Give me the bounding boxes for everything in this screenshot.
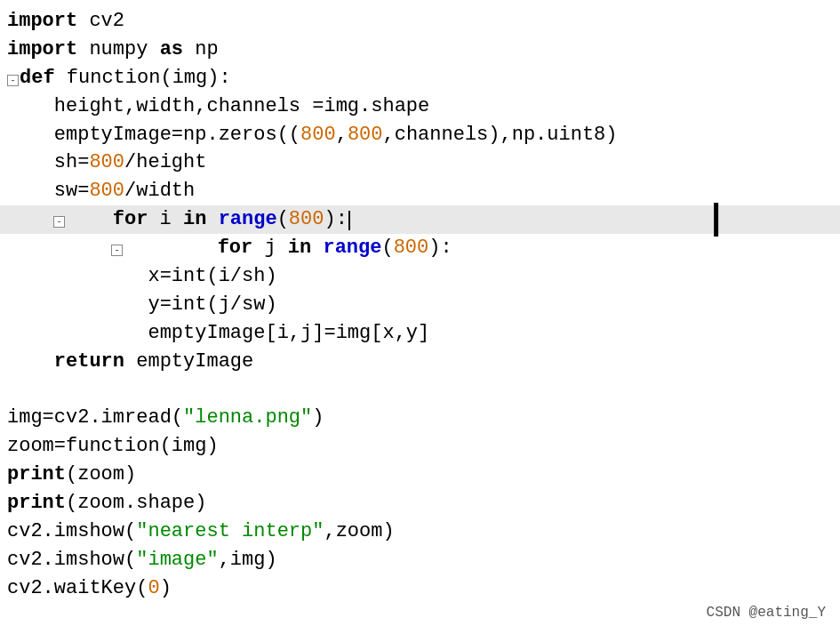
code-line-20: cv2.imshow("image",img) [0,546,840,574]
code-line-15: img=cv2.imread("lenna.png") [0,404,840,432]
code-text: import numpy as np [7,36,219,64]
collapse-icon-8[interactable]: - [53,216,65,228]
code-line-5: emptyImage=np.zeros((800,800,channels),n… [0,121,840,149]
code-line-19: cv2.imshow("nearest interp",zoom) [0,518,840,546]
code-line-11: y=int(j/sw) [0,291,840,319]
code-line-17: print(zoom) [0,461,840,489]
code-text [7,376,19,405]
code-line-18: print(zoom.shape) [0,489,840,518]
code-editor: import cv2 import numpy as np -def funct… [0,0,840,634]
code-text: sh=800/height [7,148,206,177]
text-cursor [348,211,350,230]
code-text: y=int(j/sw) [7,291,277,319]
watermark: CSDN @eating_Y [707,603,826,623]
code-text: emptyImage=np.zeros((800,800,channels),n… [7,121,618,149]
code-line-14 [0,376,840,405]
code-line-6: sh=800/height [0,148,840,177]
code-text: for i in range(800): [66,205,350,234]
code-text: return emptyImage [7,348,253,376]
code-line-2: import numpy as np [0,36,840,64]
code-line-21: cv2.waitKey(0) [0,574,840,603]
code-text: sw=800/width [7,177,195,205]
code-text: def function(img): [20,64,231,92]
code-text: for j in range(800): [124,234,452,262]
code-line-8: - for i in range(800): ┃ [0,205,840,234]
code-line-3: -def function(img): [0,64,840,92]
collapse-icon-9[interactable]: - [111,245,123,256]
code-text: emptyImage[i,j]=img[x,y] [7,319,429,348]
code-text: x=int(i/sh) [7,262,277,291]
code-line-9: - for j in range(800): [0,234,840,262]
code-text: cv2.imshow("nearest interp",zoom) [7,518,395,546]
code-text: print(zoom.shape) [7,489,206,518]
code-text: cv2.imshow("image",img) [7,546,277,574]
code-text: zoom=function(img) [7,432,219,461]
code-line-10: x=int(i/sh) [0,262,840,291]
code-line-12: emptyImage[i,j]=img[x,y] [0,319,840,348]
code-text: cv2.waitKey(0) [7,574,172,603]
code-line-13: return emptyImage [0,348,840,376]
code-text: import cv2 [7,7,124,36]
code-text: img=cv2.imread("lenna.png") [7,404,324,432]
code-line-1: import cv2 [0,7,840,36]
code-line-4: height,width,channels =img.shape [0,92,840,121]
code-text: height,width,channels =img.shape [7,92,429,121]
collapse-icon-3[interactable]: - [7,75,19,86]
code-text: print(zoom) [7,461,136,489]
code-line-16: zoom=function(img) [0,432,840,461]
